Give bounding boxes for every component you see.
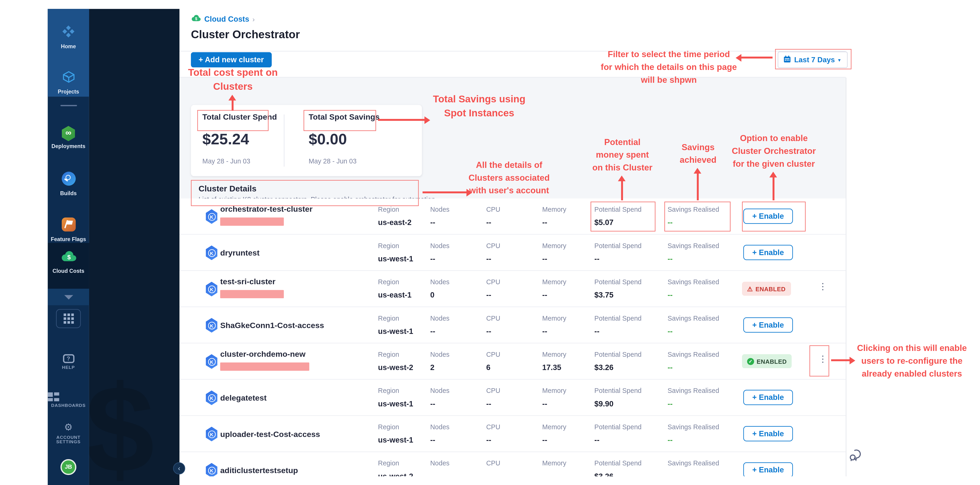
annotation-arrow-up <box>621 181 623 201</box>
column-label: Potential Spend <box>594 387 641 394</box>
rail-item-cloud-costs[interactable]: $ Cloud Costs <box>48 249 89 274</box>
redacted-text-bar <box>220 363 309 371</box>
cell-value: 2 <box>430 363 434 372</box>
cell-value: us-west-1 <box>378 327 413 336</box>
stat-value: $25.24 <box>202 130 277 148</box>
stat-period: May 28 - Jun 03 <box>202 157 277 165</box>
rail-item-builds[interactable]: Builds <box>48 172 89 197</box>
annotation-spot-savings: Total Savings usingSpot Instances <box>428 92 530 120</box>
column-label: Potential Spend <box>594 242 641 249</box>
cell-value: -- <box>486 290 492 300</box>
rail-item-feature-flags[interactable]: Feature Flags <box>48 217 89 242</box>
rail-item-projects[interactable]: Projects <box>48 70 89 95</box>
gear-icon: ⚙ <box>64 422 73 433</box>
rail-item-help[interactable]: ? HELP <box>48 352 89 369</box>
grid-icon <box>63 314 73 324</box>
column-label: Region <box>378 387 399 394</box>
rail-collapse-band[interactable] <box>48 288 89 305</box>
table-row[interactable]: KaditiclustertestsetupRegionus-west-2Nod… <box>180 452 846 476</box>
rail-item-label: Home <box>48 43 89 49</box>
user-avatar-wrap[interactable]: JB <box>48 459 89 475</box>
nav-collapse-button[interactable]: ‹ <box>173 462 185 474</box>
annotation-potential: Potentialmoney spenton this Cluster <box>573 136 672 174</box>
breadcrumb-link[interactable]: Cloud Costs <box>204 15 249 24</box>
column-label: Memory <box>542 205 566 213</box>
annotation-arrow-right <box>423 192 467 193</box>
cell-value: -- <box>430 254 435 263</box>
column-label: Potential Spend <box>594 314 641 322</box>
rail-item-label: Projects <box>48 89 89 95</box>
module-grid-button[interactable] <box>56 309 81 328</box>
k8s-cluster-icon: K <box>205 318 218 333</box>
k8s-letter: K <box>208 322 215 329</box>
annotation-total-cost: Total cost spent onClusters <box>157 65 309 94</box>
cell-value: -- <box>430 436 435 444</box>
enable-cluster-button[interactable]: + Enable <box>743 317 793 333</box>
cloud-costs-icon: $ <box>60 249 77 266</box>
column-label: Memory <box>542 350 566 358</box>
rail-item-label: Cloud Costs <box>48 268 89 274</box>
enabled-warning-badge: ⚠ENABLED <box>742 282 791 296</box>
stat-divider <box>284 114 285 167</box>
column-label: Nodes <box>430 205 450 213</box>
table-row[interactable]: KdelegatetestRegionus-west-1Nodes--CPU--… <box>180 380 846 416</box>
cell-value: $3.26 <box>594 472 613 476</box>
breadcrumb: $ Cloud Costs › <box>191 13 255 25</box>
table-row[interactable]: Kuploader-test-Cost-accessRegionus-west-… <box>180 416 846 452</box>
projects-icon <box>61 70 75 87</box>
k8s-letter: K <box>208 212 215 220</box>
cell-value: -- <box>430 218 435 227</box>
kebab-menu-button[interactable]: ⋮ <box>818 281 828 291</box>
enable-cluster-button[interactable]: + Enable <box>743 462 793 476</box>
k8s-letter: K <box>208 466 215 474</box>
cell-value: us-west-2 <box>378 363 413 372</box>
rail-item-home[interactable]: Home <box>48 24 89 50</box>
annotation-option: Option to enableCluster Orchestratorfor … <box>718 132 830 170</box>
svg-text:$: $ <box>195 17 197 21</box>
column-label: CPU <box>486 242 500 249</box>
k8s-cluster-icon: K <box>205 391 218 405</box>
cell-value: us-east-1 <box>378 290 412 300</box>
k8s-cluster-icon: K <box>205 246 218 260</box>
rail-item-deployments[interactable]: ∞ Deployments <box>48 126 89 149</box>
cell-value: -- <box>486 472 492 476</box>
redbox-savings-cell <box>664 202 730 231</box>
table-row[interactable]: Ktest-sri-clusterRegionus-east-1Nodes0CP… <box>180 271 846 307</box>
column-label: Region <box>378 278 399 285</box>
add-new-cluster-button[interactable]: + Add new cluster <box>191 52 271 67</box>
k8s-cluster-icon: K <box>205 427 218 441</box>
column-label: Savings Realised <box>668 350 719 358</box>
warning-icon: ⚠ <box>747 285 753 292</box>
column-label: Potential Spend <box>594 423 641 431</box>
rail-item-account-settings[interactable]: ⚙ ACCOUNT SETTINGS <box>48 422 89 444</box>
cell-value: -- <box>668 472 673 476</box>
table-row[interactable]: KShaGkeConn1-Cost-accessRegionus-west-1N… <box>180 307 846 343</box>
chat-support-icon[interactable] <box>849 449 863 464</box>
k8s-cluster-icon: K <box>205 354 218 369</box>
cell-value: -- <box>542 254 547 263</box>
rail-item-label: HELP <box>48 365 89 369</box>
cluster-name: delegatetest <box>220 394 267 403</box>
cell-value: -- <box>542 327 547 336</box>
cluster-rows: Korchestrator-test-clusterRegionus-east-… <box>180 198 846 476</box>
enable-cluster-button[interactable]: + Enable <box>743 390 793 405</box>
cell-value: us-east-2 <box>378 218 412 227</box>
column-label: Potential Spend <box>594 459 641 467</box>
k8s-letter: K <box>208 249 215 257</box>
help-chat-icon: ? <box>63 354 74 363</box>
enabled-success-badge: ✓ENABLED <box>742 354 792 368</box>
column-label: Savings Realised <box>668 387 719 394</box>
dashboards-icon <box>48 392 89 401</box>
enable-cluster-button[interactable]: + Enable <box>743 245 793 260</box>
cluster-name: aditiclustertestsetup <box>220 466 298 475</box>
svg-text:$: $ <box>67 254 70 261</box>
table-row[interactable]: KdryruntestRegionus-west-1Nodes--CPU--Me… <box>180 235 846 271</box>
table-row[interactable]: Kcluster-orchdemo-newRegionus-west-2Node… <box>180 344 846 380</box>
enable-cluster-button[interactable]: + Enable <box>743 426 793 441</box>
redbox-total-cluster-spend <box>197 110 268 131</box>
rail-item-label: Feature Flags <box>48 236 89 242</box>
rail-item-dashboards[interactable]: DASHBOARDS <box>48 392 89 407</box>
k8s-letter: K <box>208 285 215 293</box>
column-label: Potential Spend <box>594 278 641 285</box>
annotation-details: All the details ofClusters associatedwit… <box>458 159 560 197</box>
